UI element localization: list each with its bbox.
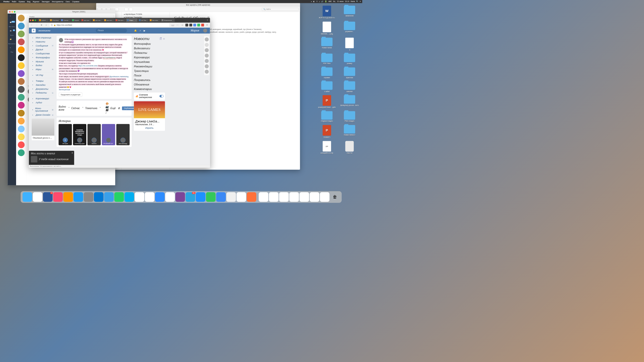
- dock-app-font[interactable]: [226, 192, 236, 202]
- menu-edit[interactable]: Правка: [19, 1, 25, 3]
- desktop-item[interactable]: SMOMA....).pkg: [317, 22, 337, 35]
- star-button[interactable]: ☆: [181, 23, 184, 27]
- ext-icon[interactable]: [197, 24, 200, 26]
- vk-logo[interactable]: B: [32, 29, 36, 33]
- aside-item[interactable]: Поиск: [134, 73, 165, 78]
- menu-history[interactable]: Журнал: [33, 1, 39, 3]
- rail-hamburger[interactable]: ≡: [10, 15, 14, 19]
- dock-minimized-window[interactable]: [320, 192, 330, 202]
- dock-app-firefox[interactable]: [247, 192, 256, 202]
- desktop-item[interactable]: Ppowerpoint base....pptx: [317, 95, 337, 108]
- promo-card[interactable]: LIVE GAMESДжокер LiveGa...Настольная, 3 …: [134, 101, 165, 131]
- desktop-item[interactable]: управлен...: [340, 22, 359, 35]
- dock-app-amphetamine[interactable]: [165, 192, 175, 202]
- dock-app-notes[interactable]: [33, 192, 42, 202]
- browser-tab[interactable]: Как изм...: [149, 18, 160, 22]
- browser-tab[interactable]: как пон...: [80, 18, 92, 22]
- rail-all-chats[interactable]: 💬99+Все чаты: [9, 22, 15, 28]
- strip-avatar[interactable]: [205, 59, 209, 63]
- dock-app-ibooks[interactable]: [63, 192, 73, 202]
- nav-item[interactable]: •Коронавирус: [32, 97, 54, 101]
- browser-tab[interactable]: Vk The...: [138, 18, 149, 22]
- strip-avatar[interactable]: [205, 64, 209, 68]
- menu-view[interactable]: Вид: [27, 1, 30, 3]
- dock-app-chrome[interactable]: [236, 192, 246, 202]
- nav-item[interactable]: •Фотографии: [32, 56, 54, 60]
- hamburger-button[interactable]: ≡: [205, 23, 209, 27]
- topic-select[interactable]: Тематика: [85, 107, 97, 110]
- toggle[interactable]: [159, 95, 164, 97]
- more-button[interactable]: ⋯: [176, 23, 180, 27]
- forward-button[interactable]: →: [35, 23, 38, 27]
- new-tab-button[interactable]: +: [206, 19, 209, 22]
- browser-tab[interactable]: Ново...×: [126, 18, 138, 22]
- wifi-icon[interactable]: ⏚: [319, 1, 320, 3]
- dock-app-telegram[interactable]: 81: [186, 192, 195, 202]
- reader-button[interactable]: 📖: [171, 23, 175, 27]
- post-link[interactable]: @profession.marketolog: [109, 75, 128, 77]
- dock-app-settings[interactable]: [84, 192, 93, 202]
- ad-card[interactable]: Опытный уролог в ...: [32, 119, 54, 140]
- aside-item[interactable]: Коронавирус: [134, 55, 165, 60]
- browser-tab[interactable]: Скачат...: [60, 18, 71, 22]
- desktop-item[interactable]: WЖУР-5-О-Д-2018-4 с: [317, 6, 337, 19]
- dock-app-mail[interactable]: [216, 192, 226, 202]
- chat-avatar[interactable]: [18, 23, 25, 29]
- user[interactable]: Maria: [351, 1, 355, 3]
- strip-avatar[interactable]: [205, 48, 209, 52]
- minimize-button[interactable]: [12, 11, 13, 13]
- nav-item[interactable]: •Музыка: [32, 60, 54, 64]
- nav-item[interactable]: •Видео: [32, 64, 54, 68]
- continue-editor-button[interactable]: Продолжить в редакторе: [59, 93, 82, 97]
- browser-tab[interactable]: stylish ...: [38, 18, 49, 22]
- chat-avatar[interactable]: [18, 62, 25, 69]
- more-select[interactable]: Ещё: [110, 107, 116, 110]
- desktop-item[interactable]: mac hd: [340, 141, 359, 154]
- story-item[interactable]: ГРОЗНЫЙ СИ...: [102, 124, 115, 145]
- nav-item[interactable]: •Новости: [32, 40, 54, 44]
- aside-item[interactable]: Рекомендации: [134, 64, 165, 69]
- dock-app-tor[interactable]: [175, 192, 185, 202]
- nav-item[interactable]: •Мини-приложения3: [32, 107, 54, 113]
- chat-avatar[interactable]: [18, 15, 25, 22]
- dock-app-word[interactable]: 4: [43, 192, 53, 202]
- aside-item[interactable]: #лучшедома: [134, 60, 165, 64]
- chat-avatar[interactable]: [18, 149, 25, 156]
- close-tab-icon[interactable]: ×: [135, 19, 136, 21]
- aside-item[interactable]: Понравилось: [134, 78, 165, 82]
- back-button[interactable]: [125, 8, 128, 11]
- post-link[interactable]: https://vk.com/dmitr.chev: [78, 65, 98, 67]
- rail-bots[interactable]: 🤖1Боты: [10, 30, 14, 36]
- add-button[interactable]: [115, 8, 119, 11]
- nav-item[interactable]: •Аудио: [32, 101, 54, 105]
- control-center-icon[interactable]: ≡: [360, 1, 361, 3]
- chat-avatar[interactable]: [18, 31, 25, 37]
- desktop-item[interactable]: 'g: [340, 38, 359, 51]
- dock-app-zoom[interactable]: [155, 192, 165, 202]
- strip-camera-icon[interactable]: [205, 43, 209, 47]
- menu-window[interactable]: Окно: [66, 1, 70, 3]
- aside-item[interactable]: Подкасты: [134, 51, 165, 55]
- story-item[interactable]: ELEGA: [88, 124, 101, 145]
- back-button[interactable]: ←: [30, 23, 34, 27]
- menu-help[interactable]: Справка: [72, 1, 79, 3]
- nav-item[interactable]: •Друзья: [32, 48, 54, 52]
- dock-app-share[interactable]: [145, 192, 154, 202]
- desktop-item[interactable]: Новая папка: [317, 38, 337, 51]
- status-icon[interactable]: ⇪: [316, 1, 318, 3]
- dock-app-messages[interactable]: [206, 192, 216, 202]
- url-bar[interactable]: ⓘ🔒https://vk.com/feed: [49, 23, 170, 27]
- nav-item[interactable]: •Товары: [32, 79, 54, 83]
- chat-avatar[interactable]: [18, 118, 25, 124]
- ext-icon[interactable]: [201, 24, 204, 26]
- story-item[interactable]: ПАБЛИК ВРЕМЕННО ПЕРЕЕХАЛ СЮДААлександр Д…: [73, 124, 86, 145]
- battery-icon[interactable]: 🔋: [325, 1, 327, 3]
- chat-avatar[interactable]: [18, 133, 25, 140]
- search-icon[interactable]: 🔍: [356, 1, 358, 3]
- fwd-button[interactable]: [129, 8, 133, 11]
- dock-app-itunes[interactable]: [53, 192, 63, 202]
- promo-play-button[interactable]: Играть: [135, 127, 164, 129]
- aside-item[interactable]: Новости⚗ +: [134, 36, 165, 41]
- desktop-item[interactable]: PDF Files: [317, 54, 337, 65]
- font-item[interactable]: ▸ AlphAntiqua TYGRA: [122, 13, 170, 16]
